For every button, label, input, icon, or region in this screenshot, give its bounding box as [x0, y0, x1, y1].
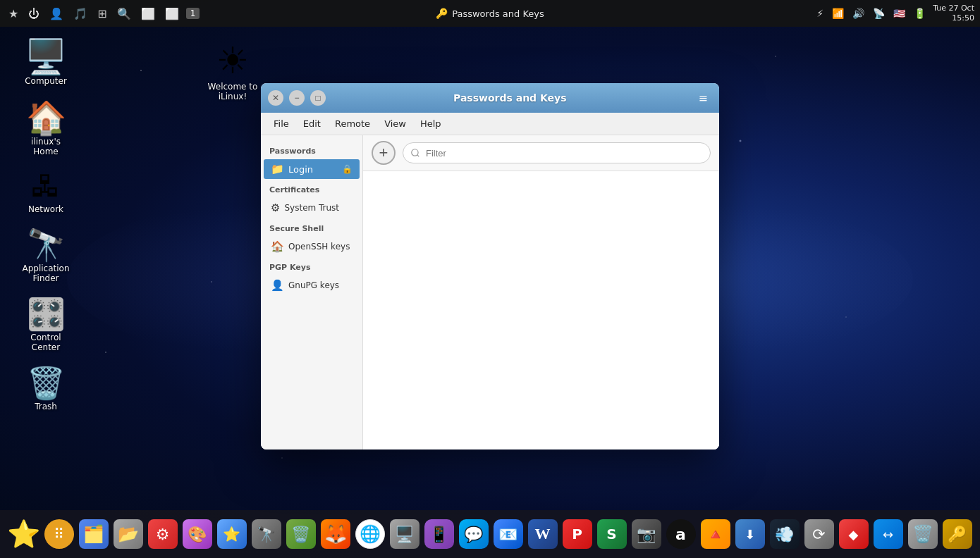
lock-icon: 🔒 — [342, 164, 353, 174]
network-label: Network — [28, 204, 63, 214]
dock-icon-anydesk[interactable]: ◆ — [838, 516, 869, 552]
sidebar-login-label: Login — [288, 164, 313, 175]
plus-icon: + — [379, 144, 388, 162]
computer-label: Computer — [25, 76, 67, 86]
sidebar-openssh-label: OpenSSH keys — [288, 242, 350, 252]
sidebar-item-login[interactable]: 📁 Login 🔒 — [264, 159, 360, 179]
user-icon[interactable]: 👤 — [47, 6, 66, 22]
passwords-keys-window: ✕ − □ Passwords and Keys ≡ File Edit Rem… — [261, 83, 719, 450]
sidebar-section-certificates: Certificates — [261, 180, 362, 197]
dock-icon-skype[interactable]: 💬 — [458, 516, 489, 552]
dock-icon-filemanager[interactable]: 📂 — [112, 516, 144, 552]
sidebar-item-gnupg[interactable]: 👤 GnuPG keys — [264, 275, 360, 295]
flag-icon[interactable]: 🇺🇸 — [892, 8, 907, 19]
dock-icon-settings[interactable]: ⚙️ — [147, 516, 178, 552]
dock-icon-viber[interactable]: 📱 — [423, 516, 455, 552]
home-icon: 🏠 — [26, 101, 66, 134]
titlebar-key-icon: 🔑 — [436, 8, 448, 19]
dock-icon-notable[interactable]: a — [665, 516, 697, 552]
network-desktop-icon: 🖧 — [31, 172, 61, 202]
welcome-sun-icon: ☀️ — [216, 39, 250, 82]
dock-icon-task[interactable]: ⭐ — [216, 516, 247, 552]
window-menu-icon[interactable]: ≡ — [694, 90, 712, 106]
dock-icon-send[interactable]: 🗑️ — [285, 516, 317, 552]
volume-icon[interactable]: 🔊 — [851, 8, 866, 19]
power-icon[interactable]: ⏻ — [25, 6, 42, 22]
main-content: + — [363, 135, 719, 450]
desktop-icon-network[interactable]: 🖧 Network — [14, 168, 78, 218]
dock-icon-vlc[interactable]: 🔺 — [699, 516, 731, 552]
taskbar-top: ★ ⏻ 👤 🎵 ⊞ 🔍 ⬜ ⬜ 1 🔑 Passwords and Keys ⚡… — [0, 0, 980, 27]
dock-icon-files[interactable]: 🗂️ — [78, 516, 109, 552]
controlcenter-label: Control Center — [18, 333, 73, 352]
datetime-display: Tue 27 Oct 15:50 — [933, 4, 974, 24]
dock-icon-chrome[interactable]: 🌐 — [354, 516, 386, 552]
window-maximize-button[interactable]: □ — [310, 90, 326, 106]
dock-icon-securecrt[interactable]: 🖥️ — [388, 516, 420, 552]
computer-icon: 🖥️ — [25, 39, 67, 73]
desktop-icon-trash[interactable]: 🗑️ Trash — [14, 364, 78, 416]
sidebar-section-pgpkeys: PGP Keys — [261, 257, 362, 275]
dock-icon-appmenu[interactable]: ⠿ — [43, 516, 75, 552]
bluetooth-icon[interactable]: ⚡ — [815, 8, 825, 19]
dock-icon-binoculars[interactable]: 🔭 — [250, 516, 282, 552]
desktop-icon-controlcenter[interactable]: 🎛️ Control Center — [14, 294, 78, 356]
dock-icon-screenshot[interactable]: 📷 — [630, 516, 662, 552]
welcome-label: Welcome to iLinux! — [208, 82, 258, 101]
window-menubar: File Edit Remote View Help — [261, 113, 719, 135]
appfinder-icon: 🔭 — [27, 230, 66, 261]
dock-icon-timeshift[interactable]: ⟳ — [803, 516, 835, 552]
desktop-icon-computer[interactable]: 🖥️ Computer — [14, 35, 78, 90]
dock-icon-wps-sheet[interactable]: S — [596, 516, 627, 552]
desktop-icon-appfinder[interactable]: 🔭 Application Finder — [14, 225, 78, 287]
search-icon[interactable]: 🔍 — [114, 6, 134, 22]
menu-view[interactable]: View — [377, 116, 413, 132]
add-button[interactable]: + — [372, 141, 396, 165]
battery-icon[interactable]: 🔋 — [912, 8, 927, 19]
dock-icon-steam[interactable]: 💨 — [768, 516, 800, 552]
appfinder-label: Application Finder — [22, 264, 69, 283]
sidebar-systemtrust-label: System Trust — [284, 203, 339, 213]
desktop-icon-welcome[interactable]: ☀️ Welcome to iLinux! — [197, 35, 268, 106]
dock-icon-seahorse[interactable]: 🔑 — [941, 516, 973, 552]
dock-icon-qbittorrent[interactable]: ⬇️ — [734, 516, 766, 552]
close-icon: ✕ — [272, 93, 279, 103]
gear-icon: ⚙️ — [271, 202, 280, 214]
taskbar-window-title: Passwords and Keys — [452, 8, 544, 19]
window2-icon[interactable]: ⬜ — [162, 6, 182, 22]
menu-edit[interactable]: Edit — [296, 116, 328, 132]
dock-icon-word[interactable]: W — [527, 516, 558, 552]
dock-icon-star[interactable]: ⭐ — [7, 516, 40, 552]
window-minimize-button[interactable]: − — [289, 90, 305, 106]
window-close-button[interactable]: ✕ — [268, 90, 283, 106]
dock-icon-trash-dock[interactable]: 🗑️ — [907, 516, 938, 552]
trash-label: Trash — [35, 402, 57, 411]
taskbar-bottom: ⭐ ⠿ 🗂️ 📂 ⚙️ 🎨 ⭐ 🔭 — [0, 510, 980, 558]
star-icon[interactable]: ★ — [6, 6, 21, 22]
filter-input[interactable] — [403, 142, 711, 163]
network-icon[interactable]: 📶 — [831, 8, 845, 19]
openssh-icon: 🏠 — [271, 240, 284, 253]
window-icon[interactable]: ⬜ — [138, 6, 158, 22]
minimize-icon: − — [294, 93, 299, 103]
sidebar-section-passwords: Passwords — [261, 141, 362, 159]
grid-icon[interactable]: ⊞ — [94, 6, 109, 22]
audio-icon[interactable]: 🎵 — [71, 6, 90, 22]
dock-icon-teamviewer[interactable]: ↔ — [872, 516, 904, 552]
taskbar-right: ⚡ 📶 🔊 📡 🇺🇸 🔋 Tue 27 Oct 15:50 — [815, 4, 974, 24]
dock-icon-palette[interactable]: 🎨 — [181, 516, 213, 552]
desktop-icon-home[interactable]: 🏠 ilinux's Home — [14, 97, 78, 161]
dock-icon-wps-writer[interactable]: P — [561, 516, 593, 552]
gnupg-icon: 👤 — [271, 279, 284, 292]
dock-icon-thunderbird[interactable]: 📧 — [492, 516, 524, 552]
menu-remote[interactable]: Remote — [328, 116, 377, 132]
dock-icon-firefox[interactable]: 🦊 — [319, 516, 351, 552]
menu-file[interactable]: File — [267, 116, 296, 132]
sidebar-item-openssh[interactable]: 🏠 OpenSSH keys — [264, 237, 360, 256]
signal-icon[interactable]: 📡 — [871, 8, 886, 19]
window-title: Passwords and Keys — [331, 92, 689, 104]
menu-help[interactable]: Help — [413, 116, 448, 132]
sidebar-section-secureshell: Secure Shell — [261, 218, 362, 236]
sidebar-item-systemtrust[interactable]: ⚙️ System Trust — [264, 198, 360, 218]
workspace-num[interactable]: 1 — [186, 8, 200, 19]
